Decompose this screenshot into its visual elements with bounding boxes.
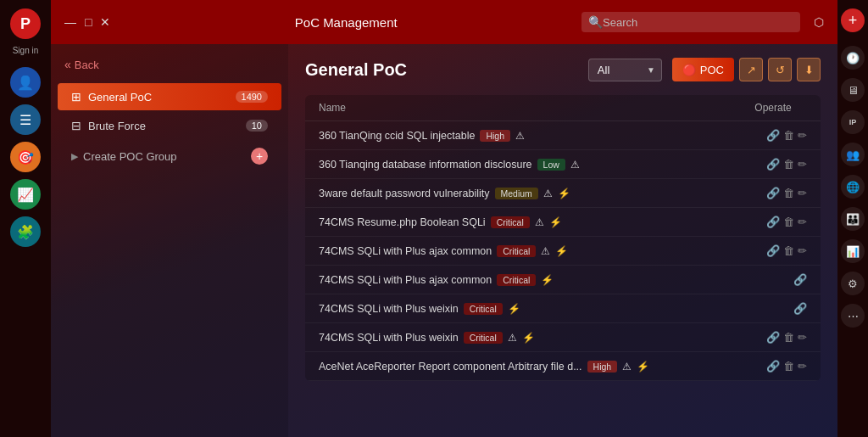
edit-icon[interactable]: ✏ [798, 216, 807, 228]
window-title: PoC Management [120, 15, 571, 30]
link-icon[interactable]: 🔗 [766, 331, 780, 344]
general-poc-count: 1490 [236, 91, 268, 103]
table-row[interactable]: 360 TianQing ccid SQL injectable High ⚠ … [305, 121, 821, 150]
filter-dropdown[interactable]: All High Medium Low Critical [588, 59, 662, 81]
link-icon[interactable]: 🔗 [766, 129, 780, 142]
puzzle-icon[interactable]: 🧩 [10, 216, 41, 247]
create-poc-label: Create POC Group [83, 150, 251, 163]
row-actions: 🔗 🗑 ✏ [739, 158, 807, 171]
add-button[interactable]: + [841, 8, 865, 32]
action-buttons: 🔴 POC ↗ ↺ ⬇ [672, 58, 821, 81]
users-icon[interactable]: 👤 [10, 67, 41, 98]
row-name: 74CMS SQLi with Plus weixin Critical ⚠ ⚡ [319, 332, 739, 344]
severity-badge: Critical [464, 332, 503, 344]
bolt-icon: ⚡ [549, 216, 562, 228]
close-button[interactable]: ✕ [100, 15, 110, 29]
delete-icon[interactable]: 🗑 [783, 158, 794, 171]
table-row[interactable]: 74CMS Resume.php Boolean SQLi Critical ⚠… [305, 208, 821, 237]
warning-icon: ⚠ [535, 216, 544, 228]
search-input[interactable] [603, 16, 789, 29]
row-name: 74CMS SQLi with Plus ajax common Critica… [319, 245, 739, 257]
minimize-button[interactable]: — [64, 15, 76, 29]
sidebar: « Back ⊞ General PoC 1490 ⊟ Brute Force … [51, 44, 288, 437]
link-icon[interactable]: 🔗 [766, 158, 780, 171]
table-row[interactable]: 3ware default password vulnerability Med… [305, 179, 821, 208]
edit-icon[interactable]: ✏ [798, 360, 807, 373]
brute-force-icon: ⊟ [71, 119, 81, 132]
table-row[interactable]: 74CMS SQLi with Plus weixin Critical ⚡ 🔗 [305, 294, 821, 323]
link-icon[interactable]: 🔗 [766, 216, 780, 228]
globe-icon[interactable]: 🌐 [841, 175, 865, 199]
edit-icon[interactable]: ✏ [798, 158, 807, 171]
table-row[interactable]: AceNet AceReporter Report component Arbi… [305, 352, 821, 381]
export-button[interactable]: ↗ [739, 58, 763, 81]
row-name: 3ware default password vulnerability Med… [319, 188, 739, 199]
sidebar-item-label-general-poc: General PoC [88, 91, 236, 104]
delete-icon[interactable]: 🗑 [783, 187, 794, 199]
warning-icon: ⚠ [570, 159, 580, 171]
icon-rail: P Sign in 👤 ☰ 🎯 📈 🧩 [0, 0, 51, 437]
content-header: General PoC All High Medium Low Critical… [305, 58, 821, 81]
link-icon[interactable]: 🔗 [766, 244, 780, 257]
link-icon[interactable]: 🔗 [766, 360, 780, 373]
table-row[interactable]: 74CMS SQLi with Plus weixin Critical ⚠ ⚡… [305, 323, 821, 352]
target-icon[interactable]: 🎯 [10, 142, 41, 172]
bolt-icon: ⚡ [541, 274, 554, 286]
sidebar-item-general-poc[interactable]: ⊞ General PoC 1490 [58, 83, 281, 110]
people-icon[interactable]: 👥 [841, 143, 865, 166]
back-button[interactable]: « Back [51, 54, 288, 81]
row-actions: 🔗 [739, 273, 807, 286]
edit-icon[interactable]: ✏ [798, 331, 807, 344]
table-row[interactable]: 74CMS SQLi with Plus ajax common Critica… [305, 237, 821, 266]
group-icon[interactable]: 👪 [841, 207, 865, 231]
bolt-icon: ⚡ [522, 332, 535, 344]
warning-icon: ⚠ [508, 332, 517, 344]
edit-icon[interactable]: ✏ [798, 129, 807, 142]
chart-icon[interactable]: 📈 [10, 179, 41, 210]
refresh-button[interactable]: ↺ [768, 58, 792, 81]
row-actions: 🔗 [739, 302, 807, 315]
severity-badge: High [587, 361, 618, 373]
delete-icon[interactable]: 🗑 [783, 129, 794, 142]
sidebar-item-brute-force[interactable]: ⊟ Brute Force 10 [58, 112, 281, 139]
link-icon[interactable]: 🔗 [766, 187, 780, 199]
row-actions: 🔗 🗑 ✏ [739, 360, 807, 373]
row-name: 74CMS Resume.php Boolean SQLi Critical ⚠… [319, 216, 739, 228]
row-actions: 🔗 🗑 ✏ [739, 187, 807, 199]
delete-icon[interactable]: 🗑 [783, 216, 794, 228]
table-row[interactable]: 360 Tianqing database information disclo… [305, 150, 821, 179]
row-name: AceNet AceReporter Report component Arbi… [319, 361, 739, 373]
create-poc-group[interactable]: ▶ Create POC Group + [58, 141, 281, 171]
list-icon[interactable]: ☰ [10, 104, 41, 135]
bar-chart-icon[interactable]: 📊 [841, 239, 865, 263]
dots-icon[interactable]: ⋯ [841, 304, 865, 328]
link-icon[interactable]: 🔗 [793, 273, 807, 286]
maximize-button[interactable]: □ [85, 15, 92, 29]
link-icon[interactable]: 🔗 [793, 302, 807, 315]
table-row[interactable]: 74CMS SQLi with Plus ajax common Critica… [305, 266, 821, 294]
search-icon: 🔍 [588, 15, 603, 29]
content-wrapper: « Back ⊞ General PoC 1490 ⊟ Brute Force … [51, 44, 837, 437]
edit-icon[interactable]: ✏ [798, 244, 807, 257]
delete-icon[interactable]: 🗑 [783, 331, 794, 344]
row-name: 360 TianQing ccid SQL injectable High ⚠ [319, 130, 739, 142]
poc-button[interactable]: 🔴 POC [672, 58, 734, 81]
create-poc-plus-icon[interactable]: + [251, 148, 268, 165]
edit-icon[interactable]: ✏ [798, 187, 807, 199]
ip-icon[interactable]: IP [841, 110, 865, 134]
severity-badge: Medium [495, 188, 538, 199]
severity-badge: Critical [464, 303, 503, 315]
gear-icon[interactable]: ⚙ [841, 272, 865, 295]
delete-icon[interactable]: 🗑 [783, 244, 794, 257]
monitor-icon[interactable]: 🖥 [841, 78, 865, 102]
delete-icon[interactable]: 🗑 [783, 360, 794, 373]
download-button[interactable]: ⬇ [797, 58, 821, 81]
top-bar: — □ ✕ PoC Management 🔍 ⬡ [51, 0, 837, 44]
chevron-right-icon: ▶ [71, 151, 78, 162]
warning-icon: ⚠ [543, 188, 553, 199]
clock-icon[interactable]: 🕐 [841, 46, 865, 70]
brute-force-count: 10 [246, 120, 268, 132]
table-header: Name Operate [305, 95, 821, 121]
app-logo: P [10, 8, 41, 39]
search-external-button[interactable]: ⬡ [814, 15, 824, 29]
